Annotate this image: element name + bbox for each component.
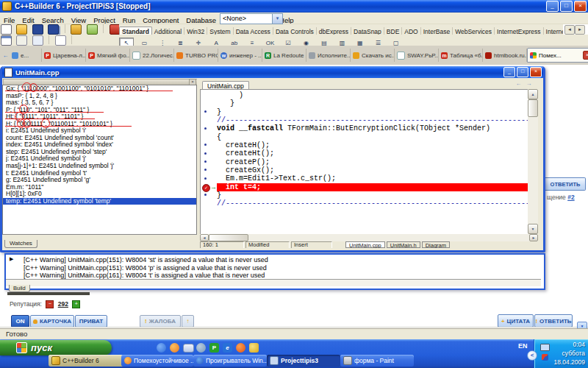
forum-on-button[interactable]: ON: [11, 315, 29, 328]
watch-item[interactable]: H[0][1]: 0xF0: [6, 191, 196, 198]
cursor-arrow-icon[interactable]: ↖: [119, 38, 134, 46]
palette-tab-win32[interactable]: Win32: [184, 27, 207, 35]
save-icon[interactable]: [32, 24, 43, 35]
build-message[interactable]: [C++ Warning] UnitMain.cpp(151): W8004 '…: [24, 264, 541, 272]
toggle-form-unit-icon[interactable]: [32, 35, 43, 46]
taskbar-button-paint[interactable]: форма - Paint: [340, 355, 414, 367]
menu-component[interactable]: Component: [139, 15, 182, 24]
vscroll-thumb[interactable]: [528, 99, 538, 117]
start-button[interactable]: пуск: [0, 340, 112, 355]
palette-tab-additional[interactable]: Additional: [152, 27, 184, 35]
taskbar-button-mediaplayer[interactable]: Проигрыватель Win...: [193, 355, 267, 367]
reputation-minus-icon[interactable]: −: [46, 300, 54, 308]
forum-private-button[interactable]: ПРИВАТ: [75, 315, 107, 328]
palette-tab-standard[interactable]: Standard: [119, 26, 152, 35]
palette-tab-datasnap[interactable]: DataSnap: [351, 27, 384, 35]
quicklaunch-opera-icon[interactable]: [236, 343, 245, 353]
quicklaunch-ie-icon[interactable]: e: [223, 343, 232, 353]
editor-tab-unitmain[interactable]: UnitMain.cpp: [202, 81, 249, 89]
taskbar-button-firefox[interactable]: Помехоустойчивое ...: [121, 355, 193, 367]
palette-tab-internet[interactable]: Internet: [544, 27, 563, 35]
build-message[interactable]: [C++ Warning] UnitMain.cpp(151): W8004 '…: [24, 256, 541, 264]
watch-item[interactable]: g: E2451 Undefined symbol 'g': [6, 177, 196, 184]
quicklaunch-misc-icon[interactable]: [249, 343, 259, 353]
open-project-icon[interactable]: [71, 24, 82, 35]
palette-tab-interbase[interactable]: InterBase: [421, 27, 453, 35]
app-minimize-button[interactable]: _: [546, 1, 559, 12]
editor-nav-forward-icon[interactable]: →: [525, 79, 533, 88]
editor-hscrollbar[interactable]: ◄ ►: [200, 234, 538, 241]
editor-maximize-button[interactable]: □: [517, 67, 528, 77]
clock-day[interactable]: суббота: [562, 350, 585, 357]
watches-tab[interactable]: Watches: [4, 240, 37, 248]
menu-file[interactable]: File: [0, 15, 18, 24]
browser-tab[interactable]: PЦаревна-л...: [42, 49, 86, 62]
quicklaunch-mail-icon[interactable]: [183, 344, 194, 353]
forum-quote-button[interactable]: + ЦИТАТА: [498, 314, 534, 328]
menu-view[interactable]: View: [68, 15, 90, 24]
component-combobox-icon[interactable]: ▥: [334, 38, 349, 46]
taskbar-button-projecttipis3[interactable]: Projecttipis3: [267, 355, 340, 367]
component-button-icon[interactable]: OK: [263, 38, 278, 46]
watch-item[interactable]: index: E2451 Undefined symbol 'index': [6, 141, 196, 149]
component-label-icon[interactable]: ✛: [191, 38, 206, 46]
file-tab-diagram[interactable]: Diagram: [422, 241, 450, 248]
hscroll-thumb[interactable]: [209, 234, 248, 241]
browser-tab[interactable]: RLa Redoute ...: [262, 49, 306, 62]
taskbar-button-cppbuilder[interactable]: C++Builder 6: [49, 355, 124, 367]
scroll-up-icon[interactable]: ▲: [528, 89, 538, 99]
language-indicator[interactable]: EN: [518, 342, 528, 350]
palette-tab-system[interactable]: System: [207, 27, 233, 35]
component-memo-icon[interactable]: ab: [227, 38, 242, 46]
browser-tab[interactable]: PМягкий фо...: [86, 49, 130, 62]
new-file-icon[interactable]: [1, 24, 12, 35]
browser-tab[interactable]: TURBO PRO...: [174, 49, 218, 62]
new-form-icon[interactable]: [1, 35, 12, 46]
browser-tab[interactable]: 22.Логичес...: [130, 49, 174, 62]
watch-item-selected[interactable]: temp: E2451 Undefined symbol 'temp': [3, 198, 196, 205]
watch-item[interactable]: count: E2451 Undefined symbol 'count': [6, 135, 196, 142]
scroll-right-icon[interactable]: ►: [529, 234, 538, 241]
palette-tab-dbexpress[interactable]: dbExpress: [317, 27, 351, 35]
palette-tab-datacontrols[interactable]: Data Controls: [273, 27, 317, 35]
component-groupbox-icon[interactable]: ☰: [370, 38, 385, 46]
component-popupmenu-icon[interactable]: ≣: [173, 38, 187, 46]
component-listbox-icon[interactable]: ▤: [317, 38, 331, 46]
quicklaunch-world-icon[interactable]: [196, 343, 206, 353]
browser-tab[interactable]: wинженер - ...: [218, 49, 262, 62]
watch-item[interactable]: mas: { 3, 5, 6, 7 }: [6, 99, 196, 107]
tray-app-icon[interactable]: [542, 354, 548, 361]
scroll-down-icon[interactable]: ▼: [528, 224, 538, 234]
menu-edit[interactable]: Edit: [18, 15, 37, 24]
app-maximize-button[interactable]: □: [560, 1, 573, 12]
component-frames-icon[interactable]: ▭: [137, 38, 151, 46]
desktop-layout-combo[interactable]: <None> ▼: [220, 13, 283, 24]
browser-tab[interactable]: Скачать ис...: [351, 49, 395, 62]
watch-item[interactable]: i: E2451 Undefined symbol 'i': [6, 127, 196, 135]
component-mainmenu-icon[interactable]: ⋮: [155, 38, 170, 46]
reputation-value-link[interactable]: 292: [58, 300, 68, 308]
file-tab-unitmain-cpp[interactable]: UnitMain.cpp: [345, 241, 385, 248]
tab-close-icon[interactable]: ×: [583, 51, 588, 60]
add-to-project-icon[interactable]: [87, 24, 98, 35]
editor-vscrollbar[interactable]: ▲ ▼: [528, 89, 538, 234]
watch-item[interactable]: Ht: { "0111", "1011", "1101" }: [6, 113, 196, 121]
tray-chevron-icon[interactable]: <: [527, 350, 537, 361]
palette-tab-ado[interactable]: ADO: [402, 27, 420, 35]
browser-back-icon[interactable]: ←: [1, 52, 10, 60]
save-all-icon[interactable]: [48, 24, 59, 35]
open-file-icon[interactable]: [16, 24, 27, 35]
watch-item[interactable]: mas[j-1]+1: E2451 Undefined symbol 'j': [6, 163, 196, 170]
clock-date[interactable]: 18.04.2009: [553, 358, 585, 366]
menu-search[interactable]: Search: [38, 15, 68, 24]
component-edit-icon[interactable]: A: [209, 38, 223, 46]
clock-time[interactable]: 0:04: [573, 341, 585, 348]
editor-nav-back-icon[interactable]: ←: [514, 79, 523, 88]
watch-item[interactable]: masP: { 1, 2, 4, 8 }: [6, 93, 196, 100]
help-book-icon[interactable]: [110, 24, 119, 35]
palette-tab-bde[interactable]: BDE: [384, 27, 402, 35]
forum-up-button[interactable]: ↑: [182, 315, 194, 328]
breakpoint-icon[interactable]: ✓: [202, 184, 210, 192]
palette-tab-internetexpress[interactable]: InternetExpress: [495, 27, 544, 35]
component-checkbox-icon[interactable]: ☑: [281, 38, 295, 46]
